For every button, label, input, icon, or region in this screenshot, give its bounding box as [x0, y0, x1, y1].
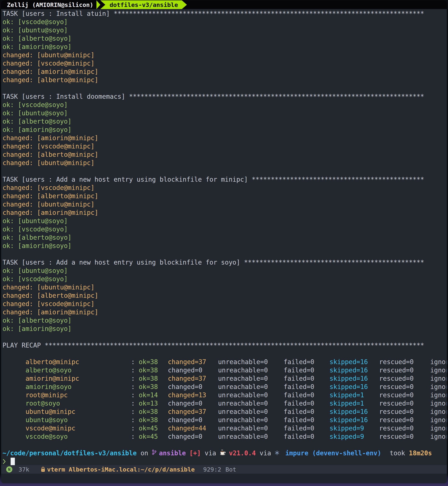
recap-ignored: ignored=0 [430, 408, 447, 415]
task-result-line: ok: [vscode@soyo] [2, 18, 447, 26]
task-result-line: ok: [vscode@soyo] [2, 275, 447, 283]
prompt-input-line[interactable] [2, 457, 447, 465]
recap-changed: changed=44 [168, 424, 218, 432]
task-result-line: ok: [ubuntu@soyo] [2, 217, 447, 225]
recap-ignored: ignored=0 [430, 383, 447, 391]
recap-skipped: skipped=16 [329, 416, 379, 424]
recap-unreachable: unreachable=0 [218, 399, 284, 408]
recap-failed: failed=0 [284, 366, 329, 374]
mode-indicator-badge: N [6, 466, 12, 472]
recap-failed: failed=0 [284, 374, 329, 383]
recap-separator: : [131, 416, 139, 424]
recap-ok: ok=38 [139, 374, 168, 383]
recap-skipped: skipped=16 [329, 366, 379, 374]
recap-separator: : [131, 408, 139, 415]
recap-separator: : [131, 383, 139, 391]
modeline-scroll-position: 37k [18, 466, 29, 473]
recap-rescued: rescued=0 [379, 399, 430, 408]
recap-separator: : [131, 424, 139, 432]
terminal-cursor [11, 458, 15, 465]
recap-rescued: rescued=0 [379, 408, 430, 416]
play-recap-banner: PLAY RECAP *****************************… [2, 341, 447, 349]
prompt-on-label: on [140, 449, 148, 457]
prompt-duration: 18m20s [409, 449, 432, 457]
task-result-line: ok: [amiorin@soyo] [2, 242, 447, 250]
task-banner: TASK [users : Install doomemacs] *******… [2, 92, 447, 101]
task-result-line: changed: [amiorin@minipc] [2, 68, 447, 76]
modeline-bottom-indicator: Bot [225, 466, 236, 473]
task-result-line: changed: [vscode@minipc] [2, 300, 447, 308]
blank-line [2, 167, 447, 175]
recap-failed: failed=0 [284, 358, 329, 366]
recap-ignored: ignored=0 [430, 400, 447, 407]
recap-ok: ok=38 [139, 383, 168, 391]
prompt-chevron-icon [2, 458, 6, 465]
task-result-line: changed: [alberto@minipc] [2, 150, 447, 159]
recap-unreachable: unreachable=0 [218, 374, 284, 383]
task-result-line: changed: [ubuntu@minipc] [2, 283, 447, 291]
recap-rescued: rescued=0 [379, 424, 430, 432]
recap-unreachable: unreachable=0 [218, 383, 284, 391]
prompt-cwd: ~/code/personal/dotfiles-v3/ansible [2, 449, 136, 457]
recap-separator: : [131, 375, 139, 382]
terminal-output[interactable]: TASK [users : Install atuin] ***********… [1, 9, 447, 465]
task-result-line: changed: [ubuntu@minipc] [2, 200, 447, 209]
recap-ignored: ignored=0 [430, 366, 447, 374]
recap-failed: failed=0 [284, 424, 329, 432]
prompt-via-label: via [260, 449, 271, 457]
recap-ok: ok=45 [139, 424, 168, 432]
recap-unreachable: unreachable=0 [218, 408, 284, 416]
task-result-line: changed: [amiorin@minipc] [2, 134, 447, 142]
recap-ok: ok=38 [139, 366, 168, 374]
task-result-line: ok: [alberto@soyo] [2, 233, 447, 242]
task-result-line: changed: [vscode@minipc] [2, 184, 447, 192]
prompt-java-version: v21.0.4 [229, 449, 256, 457]
recap-changed: changed=0 [168, 366, 218, 374]
task-result-line: changed: [alberto@minipc] [2, 291, 447, 300]
recap-skipped: skipped=9 [329, 432, 379, 441]
task-result-line: changed: [vscode@minipc] [2, 59, 447, 68]
recap-failed: failed=0 [284, 383, 329, 391]
task-banner: TASK [users : Add a new host entry using… [2, 258, 447, 267]
recap-host: ubuntu@minipc [25, 408, 131, 416]
recap-changed: changed=0 [168, 416, 218, 424]
recap-separator: : [131, 366, 139, 374]
recap-host: amiorin@soyo [25, 383, 131, 391]
coffee-java-icon [220, 449, 226, 457]
recap-host: amiorin@minipc [25, 374, 131, 383]
recap-unreachable: unreachable=0 [218, 432, 284, 441]
recap-changed: changed=0 [168, 399, 218, 408]
prompt-git-status: [+] [189, 449, 201, 457]
recap-ok: ok=13 [139, 399, 168, 408]
prompt-nix-shell: impure (devenv-shell-env) [285, 449, 381, 457]
recap-rescued: rescued=0 [379, 358, 430, 366]
blank-line [2, 84, 447, 92]
task-result-line: changed: [amiorin@minipc] [2, 308, 447, 316]
recap-rescued: rescued=0 [379, 432, 430, 441]
blank-line [2, 441, 447, 449]
task-result-line: ok: [ubuntu@soyo] [2, 267, 447, 275]
task-result-line: ok: [amiorin@soyo] [2, 325, 447, 333]
blank-line [2, 333, 447, 341]
recap-ignored: ignored=0 [430, 391, 447, 399]
bottom-padding-band [1, 474, 447, 483]
prompt-via-label: via [205, 449, 216, 457]
recap-separator: : [131, 391, 139, 399]
recap-skipped: skipped=16 [329, 383, 379, 391]
recap-changed: changed=0 [168, 383, 218, 391]
recap-rescued: rescued=0 [379, 416, 430, 424]
task-result-line: ok: [ubuntu@soyo] [2, 26, 447, 34]
recap-failed: failed=0 [284, 416, 329, 424]
recap-ok: ok=38 [139, 416, 168, 424]
tab-dotfiles-v3-ansible[interactable]: dotfiles-v3/ansible [100, 0, 187, 9]
lock-icon [40, 467, 46, 472]
recap-ignored: ignored=0 [430, 358, 447, 366]
recap-host: vscode@soyo [25, 432, 131, 441]
recap-ok: ok=14 [139, 391, 168, 399]
recap-skipped: skipped=16 [329, 408, 379, 416]
task-result-line: changed: [ubuntu@minipc] [2, 51, 447, 59]
tab-separator-icon [96, 0, 100, 9]
recap-skipped: skipped=16 [329, 374, 379, 383]
recap-ignored: ignored=0 [430, 416, 447, 424]
task-result-line: ok: [amiorin@soyo] [2, 125, 447, 134]
